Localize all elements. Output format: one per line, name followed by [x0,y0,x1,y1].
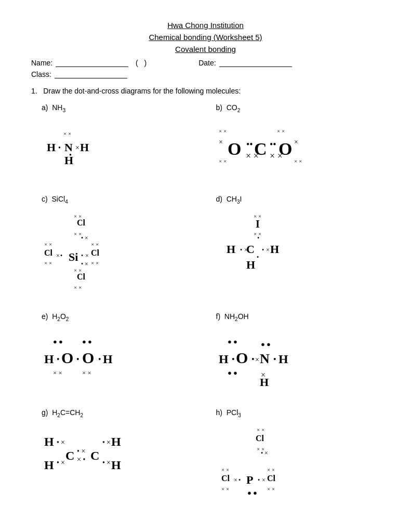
svg-text:×: × [294,138,298,146]
molecule-c: c) SiCl4 × × Cl × × • × × × Cl × × × • [31,192,206,299]
co2-svg: × × × O × × •• C •• × × × O [216,117,330,169]
svg-text:•: • [57,438,59,446]
svg-text:× ×: × × [91,241,99,247]
molecule-a-label: a) NH3 [42,103,201,113]
svg-text:•: • [57,355,60,364]
svg-text:•: • [232,355,235,364]
h2cch2-svg: H • × C • × H • × × • C [42,422,145,485]
molecule-g-label: g) H2C=CH2 [42,408,201,418]
svg-text:O: O [82,349,94,366]
molecules-grid: a) NH3 H • N × H H × × [31,100,380,517]
svg-text:×: × [85,234,88,242]
class-field[interactable] [55,70,127,78]
topic-title: Covalent bonding [31,45,380,54]
svg-text:•: • [81,234,83,242]
co2-diagram: × × × O × × •• C •• × × × O [216,117,330,171]
name-row: Name: ( ) Date: [31,59,380,67]
ch3i-diagram: × × I × × • C H • × • × H • [216,209,310,283]
molecule-b: b) CO2 × × × O × × •• C [206,100,380,181]
svg-text:•: • [58,144,61,152]
svg-text:H: H [80,141,89,154]
svg-text:•: • [98,355,101,364]
svg-text:×: × [85,252,89,259]
h2o2-svg: H • ● ● O × × • ● ● O × × • H [42,326,145,383]
svg-text:•: • [240,246,242,254]
class-row: Class: [31,70,380,78]
svg-text:O: O [236,349,248,366]
svg-text:×: × [107,459,111,467]
svg-text:×: × [85,260,88,268]
molecule-h-label: h) PCl3 [216,408,375,418]
svg-text:•: • [81,260,83,268]
svg-text:× ×: × × [219,128,227,134]
ch3i-svg: × × I × × • C H • × • × H • [216,209,310,282]
molecule-c-label: c) SiCl4 [42,195,201,205]
nh2oh-svg: H • ● ● O ● ● • × N ● ● • [216,326,330,388]
svg-text:H: H [270,243,279,256]
svg-text:H: H [279,352,288,366]
svg-text:×: × [219,138,223,146]
svg-text:Cl: Cl [221,474,230,483]
molecule-f-label: f) NH2OH [216,312,375,322]
svg-text:H: H [44,352,54,366]
svg-text:×: × [262,476,266,484]
svg-text:×: × [234,476,237,484]
name-field[interactable] [56,59,128,67]
svg-text:× ×: × × [82,369,91,377]
svg-text:•: • [60,252,62,259]
svg-text:×: × [56,252,60,259]
svg-text:•: • [102,459,105,467]
svg-text:× ×: × × [221,486,229,492]
svg-text:×  ×: × × [63,130,71,137]
svg-text:H: H [260,376,269,388]
svg-text:Cl: Cl [44,248,53,257]
class-label: Class: [31,70,51,78]
svg-text:× ×: × × [221,467,229,473]
svg-text:× ×: × × [53,369,62,377]
svg-text:• ×: • × [77,447,85,455]
svg-text:•: • [251,355,255,364]
svg-text:H: H [103,352,113,366]
svg-text:Cl: Cl [267,474,276,483]
svg-text:•: • [238,476,241,484]
svg-text:× ×: × × [74,284,82,290]
svg-text:••: •• [246,139,253,150]
sicl4-diagram: × × Cl × × • × × × Cl × × × • Si • [42,209,135,294]
name-label: Name: [31,59,52,67]
nh3-diagram: H • N × H H × × • [42,117,120,176]
molecule-d: d) CH3I × × I × × • C H • × • [206,192,380,299]
svg-text:×: × [61,438,65,446]
molecule-b-label: b) CO2 [216,103,375,113]
svg-text:× ×: × × [267,467,275,473]
svg-text:● ●: ● ● [228,369,237,377]
molecule-h: h) PCl3 × × Cl × × • × × × Cl × × × • [206,405,380,517]
h2cch2-diagram: H • × C • × H • × × • C [42,422,145,486]
svg-text:Cl: Cl [256,434,264,443]
svg-text:× ×: × × [74,231,82,237]
svg-text:•: • [69,151,72,159]
svg-text:•: • [257,254,259,261]
svg-text:Si: Si [69,250,78,263]
svg-text:× ×: × × [219,158,227,164]
svg-text:× ×: × × [91,260,99,266]
svg-text:● ●: ● ● [53,338,63,345]
svg-text:•: • [273,355,276,364]
svg-text:•: • [257,234,259,242]
worksheet-title: Chemical bonding (Worksheet 5) [31,33,380,42]
svg-text:H: H [227,243,235,256]
date-label: Date: [198,59,216,67]
svg-text:● ●: ● ● [82,338,92,345]
date-field[interactable] [219,59,292,67]
svg-text:H: H [111,458,121,472]
nh3-svg: H • N × H H × × • [42,117,120,175]
svg-text:•: • [57,459,59,467]
paren-space: ) [140,59,147,67]
svg-text:P: P [246,473,253,486]
svg-text:C: C [65,449,74,462]
svg-text:× ×: × × [267,486,275,492]
svg-text:H: H [111,435,121,448]
molecule-e: e) H2O2 H • ● ● O × × • ● ● O × × [31,309,206,395]
paren-open: ( [134,59,140,67]
svg-text:×: × [75,144,79,152]
date-section: Date: [198,59,291,67]
